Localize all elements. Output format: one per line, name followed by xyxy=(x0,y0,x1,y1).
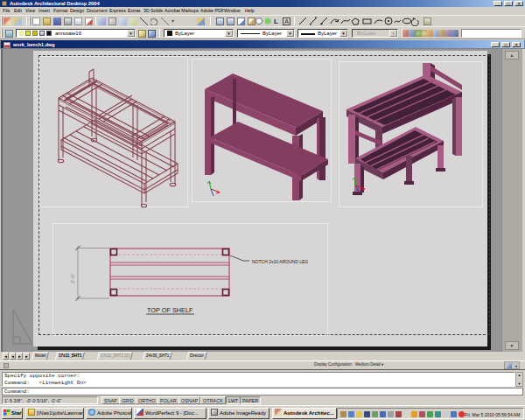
svg-text:NOTCH 2x10 AROUND LEG: NOTCH 2x10 AROUND LEG xyxy=(252,259,308,264)
svg-text:TOP OF SHELF: TOP OF SHELF xyxy=(147,306,193,314)
svg-text:2'-0": 2'-0" xyxy=(70,273,75,284)
